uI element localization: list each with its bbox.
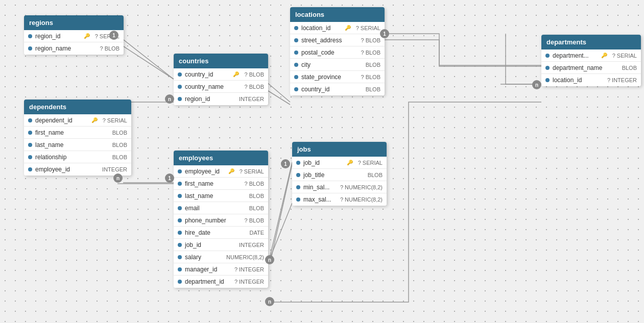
jobs-header: jobs — [292, 142, 387, 157]
table-row: first_name ? BLOB — [174, 178, 268, 190]
cardinality-badge-n: n — [113, 173, 123, 183]
field-type: ? BLOB — [361, 37, 380, 43]
table-row: job_id INTEGER — [174, 239, 268, 251]
field-type: ? SERIAL — [358, 160, 383, 166]
regions-table: regions region_id 🔑 ? SERIAL region_name… — [24, 15, 124, 55]
table-row: department_id ? INTEGER — [174, 276, 268, 288]
field-type: BLOB — [249, 193, 264, 199]
field-name: street_address — [301, 37, 356, 44]
field-type: ? INTEGER — [234, 279, 264, 285]
field-type: ? SERIAL — [240, 168, 264, 175]
regions-header: regions — [24, 15, 124, 30]
cardinality-badge-n: n — [265, 255, 274, 264]
field-type: BLOB — [368, 172, 383, 178]
field-type: ? BLOB — [244, 84, 264, 90]
field-name: manager_id — [185, 266, 230, 273]
field-type: BLOB — [366, 86, 380, 92]
field-indicator — [28, 46, 32, 51]
table-row: country_id BLOB — [290, 83, 385, 95]
jobs-table: jobs job_id 🔑 ? SERIAL job_title BLOB mi… — [292, 142, 387, 206]
field-type: BLOB — [366, 62, 380, 68]
field-indicator — [178, 218, 182, 222]
field-indicator — [28, 131, 32, 135]
table-row: manager_id ? INTEGER — [174, 263, 268, 276]
table-row: last_name BLOB — [24, 139, 131, 151]
field-name: country_id — [301, 86, 362, 93]
field-name: hire_date — [185, 229, 245, 236]
table-row: job_title BLOB — [292, 169, 387, 181]
key-icon: 🔑 — [601, 53, 607, 58]
field-indicator — [28, 167, 32, 171]
field-indicator — [178, 182, 182, 186]
table-row: location_id ? INTEGER — [541, 74, 641, 86]
field-name: department_name — [553, 64, 618, 71]
key-icon: 🔑 — [91, 117, 98, 123]
key-icon: 🔑 — [233, 71, 239, 77]
field-name: phone_number — [185, 217, 240, 224]
field-type: BLOB — [112, 142, 127, 148]
field-name: last_name — [185, 192, 245, 200]
table-row: hire_date DATE — [174, 227, 268, 239]
field-name: state_province — [301, 73, 356, 81]
field-indicator — [294, 26, 298, 30]
departments-header: departments — [541, 35, 641, 49]
field-indicator — [545, 78, 550, 82]
field-name: postal_code — [301, 49, 356, 56]
field-type: ? INTEGER — [607, 77, 637, 83]
svg-line-3 — [269, 162, 292, 260]
field-indicator — [294, 87, 298, 91]
field-name: department_id — [185, 278, 230, 285]
field-type: ? BLOB — [100, 45, 120, 52]
field-type: BLOB — [112, 154, 127, 160]
field-type: ? BLOB — [361, 74, 380, 80]
cardinality-badge-n: n — [165, 94, 174, 104]
field-type: INTEGER — [239, 96, 264, 102]
table-row: region_id INTEGER — [174, 93, 268, 105]
field-indicator — [296, 185, 300, 189]
field-type: BLOB — [622, 65, 637, 71]
field-type: ? SERIAL — [103, 117, 127, 123]
field-name: region_name — [35, 45, 96, 52]
key-icon: 🔑 — [84, 33, 90, 39]
cardinality-badge-1: 1 — [109, 31, 118, 40]
field-type: ? BLOB — [361, 49, 380, 56]
field-indicator — [294, 38, 298, 42]
field-type: ? SERIAL — [356, 25, 380, 31]
table-row: state_province ? BLOB — [290, 71, 385, 83]
field-indicator — [545, 66, 550, 70]
field-indicator — [296, 173, 300, 177]
field-indicator — [28, 155, 32, 159]
field-type: ? SERIAL — [612, 53, 637, 59]
field-type: ? BLOB — [244, 217, 264, 223]
field-indicator — [294, 51, 298, 55]
field-name: min_sal... — [303, 184, 336, 191]
field-indicator — [178, 280, 182, 284]
field-indicator — [178, 97, 182, 101]
key-icon: 🔑 — [347, 160, 353, 165]
countries-table: countries country_id 🔑 ? BLOB country_na… — [174, 54, 268, 105]
field-type: BLOB — [112, 130, 127, 136]
field-name: country_id — [185, 71, 233, 78]
field-name: first_name — [35, 129, 108, 136]
field-indicator — [545, 54, 550, 58]
table-row: employee_id 🔑 ? SERIAL — [174, 165, 268, 178]
field-name: department... — [553, 52, 601, 59]
field-name: employee_id — [185, 168, 228, 175]
table-row: country_name ? BLOB — [174, 81, 268, 93]
locations-table: locations location_id 🔑 ? SERIAL street_… — [290, 7, 385, 95]
field-indicator — [178, 243, 182, 247]
locations-header: locations — [290, 7, 385, 22]
table-row: department... 🔑 ? SERIAL — [541, 49, 641, 62]
field-type: INTEGER — [239, 242, 264, 248]
field-name: last_name — [35, 141, 108, 148]
field-indicator — [28, 34, 32, 38]
field-indicator — [178, 72, 182, 77]
table-row: job_id 🔑 ? SERIAL — [292, 157, 387, 169]
cardinality-badge-1: 1 — [165, 173, 174, 183]
table-row: dependent_id 🔑 ? SERIAL — [24, 114, 131, 127]
field-name: job_title — [303, 171, 364, 179]
field-indicator — [294, 63, 298, 67]
table-row: first_name BLOB — [24, 127, 131, 139]
svg-line-9 — [268, 91, 290, 105]
field-type: ? INTEGER — [234, 266, 264, 272]
